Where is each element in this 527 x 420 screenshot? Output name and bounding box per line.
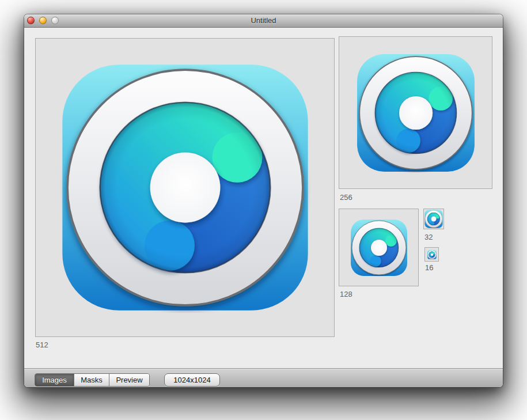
close-button[interactable] <box>27 17 35 24</box>
bottom-toolbar: Images Masks Preview 1024x1024 <box>24 368 503 387</box>
preview-well-32[interactable] <box>423 209 444 229</box>
preview-well-16[interactable] <box>424 247 439 262</box>
titlebar[interactable]: Untitled <box>24 14 503 28</box>
preview-well-128[interactable] <box>339 209 419 286</box>
app-icon-preview-16 <box>427 250 437 259</box>
view-segmented-control: Images Masks Preview <box>35 373 150 387</box>
preview-well-512[interactable] <box>35 38 335 337</box>
app-window: Untitled 512 256 128 32 16 Images Masks … <box>24 14 503 387</box>
size-label-256: 256 <box>340 193 352 202</box>
app-icon-preview-256 <box>356 53 476 173</box>
tab-images[interactable]: Images <box>35 374 74 386</box>
app-icon-preview-128 <box>350 219 408 277</box>
size-label-512: 512 <box>36 340 48 349</box>
tab-preview[interactable]: Preview <box>109 374 149 386</box>
window-title: Untitled <box>24 14 503 27</box>
zoom-button <box>51 17 59 24</box>
size-label-128: 128 <box>340 290 352 298</box>
app-icon-preview-512 <box>60 62 310 313</box>
preview-well-256[interactable] <box>339 36 492 189</box>
tab-masks[interactable]: Masks <box>74 374 109 386</box>
size-label-32: 32 <box>424 233 433 241</box>
screenshot-background: Untitled 512 256 128 32 16 Images Masks … <box>0 0 527 420</box>
minimize-button[interactable] <box>39 17 47 24</box>
app-icon-preview-32 <box>424 210 443 228</box>
size-label-16: 16 <box>425 263 433 272</box>
traffic-lights <box>27 17 59 24</box>
size-1024-button[interactable]: 1024x1024 <box>164 373 220 387</box>
